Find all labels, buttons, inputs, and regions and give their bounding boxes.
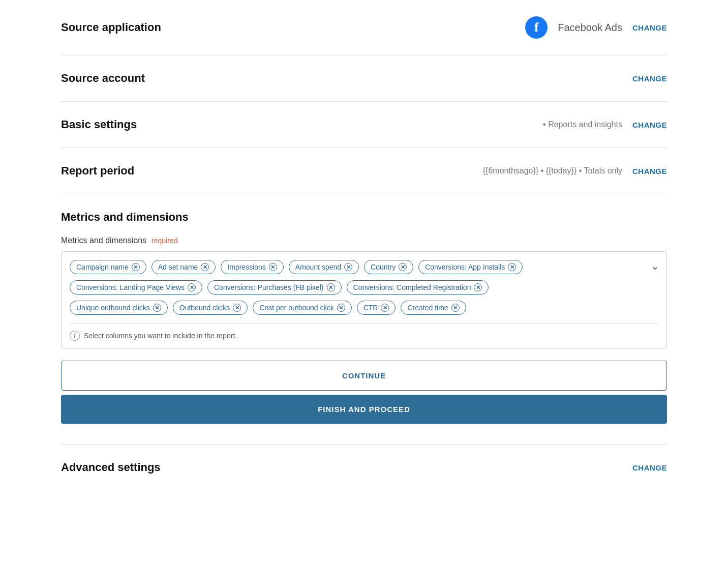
report-period-meta: {{6monthsago}} • {{today}} • Totals only [483, 166, 622, 175]
tag-conversions-completed-registration-remove[interactable]: ✕ [474, 283, 482, 291]
source-account-change-button[interactable]: CHANGE [632, 74, 667, 83]
metrics-label: Metrics and dimensions [61, 236, 146, 245]
tag-amount-spend: Amount spend ✕ [289, 260, 359, 274]
basic-settings-section: Basic settings • Reports and insights CH… [61, 102, 667, 148]
required-badge: required [151, 237, 177, 245]
advanced-settings-change-button[interactable]: CHANGE [632, 463, 667, 472]
finish-and-proceed-button[interactable]: FINISH AND PROCEED [61, 395, 667, 424]
tags-row-3: Unique outbound clicks ✕ Outbound clicks… [70, 301, 658, 315]
advanced-settings-title: Advanced settings [61, 461, 161, 474]
source-application-change-button[interactable]: CHANGE [632, 23, 667, 32]
tag-impressions-remove[interactable]: ✕ [269, 263, 277, 271]
tag-unique-outbound-clicks-remove[interactable]: ✕ [153, 304, 161, 312]
tags-row-1: Campaign name ✕ Ad set name ✕ Impression… [70, 260, 658, 274]
basic-settings-change-button[interactable]: CHANGE [632, 121, 667, 129]
source-application-title: Source application [61, 21, 161, 34]
hint-row: i Select columns you want to include in … [70, 323, 658, 348]
metrics-label-row: Metrics and dimensions required [61, 236, 667, 245]
tag-conversions-app-installs: Conversions: App Installs ✕ [418, 260, 523, 274]
continue-button[interactable]: CONTINUE [61, 361, 667, 391]
hint-text: Select columns you want to include in th… [84, 332, 237, 340]
tag-conversions-purchases: Conversions: Purchases (FB pixel) ✕ [207, 280, 342, 295]
source-account-section: Source account CHANGE [61, 55, 667, 102]
advanced-settings-right: CHANGE [632, 463, 667, 472]
tags-container: ⌄ Campaign name ✕ Ad set name ✕ Impressi… [61, 251, 667, 348]
basic-settings-title: Basic settings [61, 118, 137, 131]
basic-settings-meta: • Reports and insights [543, 120, 622, 129]
source-app-name: Facebook Ads [558, 22, 622, 34]
tag-conversions-landing-page-views-remove[interactable]: ✕ [188, 283, 196, 291]
basic-settings-right: • Reports and insights CHANGE [543, 120, 667, 129]
report-period-right: {{6monthsago}} • {{today}} • Totals only… [483, 166, 667, 175]
tag-conversions-landing-page-views: Conversions: Landing Page Views ✕ [70, 280, 202, 295]
chevron-down-icon[interactable]: ⌄ [651, 260, 659, 272]
tag-conversions-completed-registration: Conversions: Completed Registration ✕ [347, 280, 489, 295]
tag-ctr: CTR ✕ [357, 301, 396, 315]
metrics-section: Metrics and dimensions Metrics and dimen… [61, 194, 667, 445]
report-period-change-button[interactable]: CHANGE [632, 167, 667, 175]
report-period-title: Report period [61, 164, 134, 178]
tag-country-remove[interactable]: ✕ [399, 263, 407, 271]
tag-outbound-clicks: Outbound clicks ✕ [173, 301, 248, 315]
tag-cost-per-outbound-click: Cost per outbound click ✕ [253, 301, 351, 315]
tag-ctr-remove[interactable]: ✕ [381, 304, 389, 312]
tag-created-time-remove[interactable]: ✕ [451, 304, 460, 312]
info-icon: i [70, 331, 80, 341]
tag-created-time: Created time ✕ [401, 301, 466, 315]
tag-outbound-clicks-remove[interactable]: ✕ [233, 304, 241, 312]
facebook-icon: f [525, 16, 548, 39]
tag-ad-set-name: Ad set name ✕ [151, 260, 216, 274]
source-account-right: CHANGE [632, 74, 667, 83]
tag-impressions: Impressions ✕ [221, 260, 283, 274]
report-period-section: Report period {{6monthsago}} • {{today}}… [61, 148, 667, 194]
tags-rows: Campaign name ✕ Ad set name ✕ Impression… [70, 260, 658, 323]
tag-ad-set-name-remove[interactable]: ✕ [201, 263, 209, 271]
source-account-title: Source account [61, 72, 145, 85]
tag-conversions-app-installs-remove[interactable]: ✕ [508, 263, 516, 271]
metrics-section-title: Metrics and dimensions [61, 211, 667, 224]
tags-row-2: Conversions: Landing Page Views ✕ Conver… [70, 280, 658, 295]
source-application-right: f Facebook Ads CHANGE [525, 16, 667, 39]
tag-cost-per-outbound-click-remove[interactable]: ✕ [337, 304, 345, 312]
tag-campaign-name: Campaign name ✕ [70, 260, 146, 274]
tag-country: Country ✕ [364, 260, 413, 274]
tag-conversions-purchases-remove[interactable]: ✕ [327, 283, 335, 291]
advanced-settings-section: Advanced settings CHANGE [61, 445, 667, 490]
source-application-section: Source application f Facebook Ads CHANGE [61, 0, 667, 55]
tag-campaign-name-remove[interactable]: ✕ [132, 263, 140, 271]
tag-amount-spend-remove[interactable]: ✕ [344, 263, 352, 271]
tag-unique-outbound-clicks: Unique outbound clicks ✕ [70, 301, 168, 315]
